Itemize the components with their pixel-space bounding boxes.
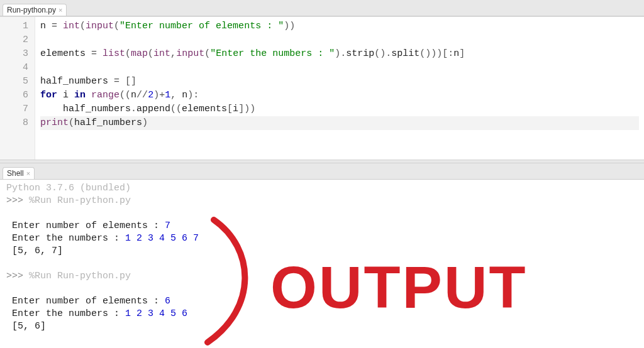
tab-run-python[interactable]: Run-python.py × [3,4,67,16]
code-line [40,33,639,47]
code-line [40,61,639,75]
code-line: elements = list(map(int,input("Enter the… [40,47,639,61]
code-line: half_numbers = [] [40,75,639,89]
shell-output[interactable]: Python 3.7.6 (bundled)>>> %Run Run-pytho… [0,180,644,348]
code-line: half_numbers.append((elements[i])) [40,102,639,116]
code-line: for i in range((n//2)+1, n): [40,89,639,102]
editor-pane: Run-python.py × 12345678 n = int(input("… [0,0,644,160]
code-area[interactable]: n = int(input("Enter number of elements … [35,17,644,160]
close-icon[interactable]: × [58,6,62,14]
shell-tabstrip: Shell × [0,163,644,180]
close-icon[interactable]: × [26,170,30,177]
code-line: n = int(input("Enter number of elements … [40,19,639,33]
shell-pane: Shell × Python 3.7.6 (bundled)>>> %Run R… [0,163,644,348]
tab-label: Shell [7,169,24,178]
tab-label: Run-python.py [7,6,56,14]
line-gutter: 12345678 [0,17,35,160]
tab-shell[interactable]: Shell × [3,167,35,179]
code-editor[interactable]: 12345678 n = int(input("Enter number of … [0,16,644,160]
code-line: print(half_numbers) [40,116,639,130]
editor-tabstrip: Run-python.py × [0,0,644,16]
